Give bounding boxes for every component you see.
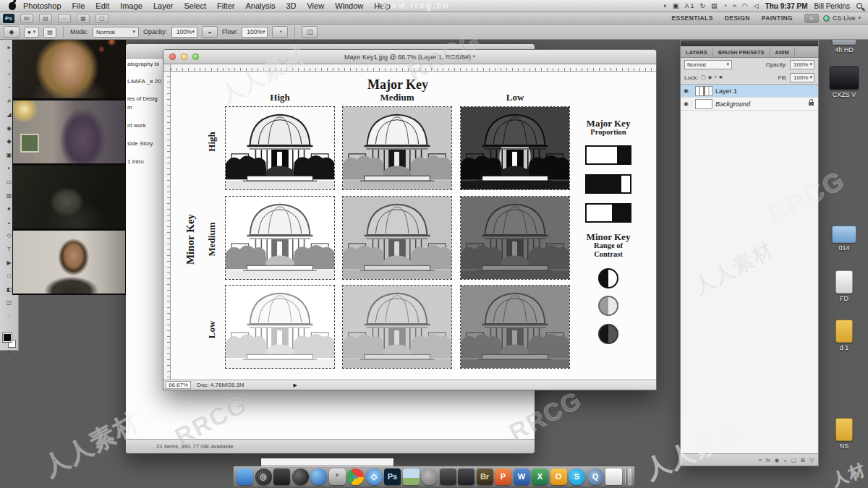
foreground-color-swatch[interactable] — [3, 333, 12, 342]
finder-file-row[interactable]: ies of Desig — [127, 95, 166, 102]
menu-user[interactable]: Bill Perkins — [814, 2, 850, 10]
layer-row-layer-1[interactable]: ◉ Layer 1 — [681, 85, 818, 98]
menu-item[interactable]: Select — [184, 1, 206, 10]
layer-group-icon[interactable]: ▢ — [791, 457, 796, 463]
cs-live-button[interactable]: CS Live ▾ — [823, 14, 861, 22]
remote-desktop-icon[interactable] — [273, 468, 290, 485]
color-swatches[interactable] — [2, 333, 17, 348]
move-tool[interactable]: ▸ — [7, 41, 10, 55]
menu-item[interactable]: Window — [335, 1, 363, 10]
bridge-icon[interactable]: Br — [477, 468, 493, 485]
webcam-feed-4[interactable] — [12, 230, 126, 295]
excel-icon[interactable]: X — [532, 468, 548, 485]
outlook-icon[interactable]: O — [550, 468, 567, 485]
input-menu-icon[interactable]: A 1 — [684, 2, 694, 9]
mode-select[interactable]: Normal▾ — [93, 27, 139, 38]
volume-icon[interactable]: ◁ — [754, 2, 759, 9]
delete-layer-icon[interactable]: ▽ — [809, 457, 814, 463]
displays-icon[interactable]: ▤ — [711, 2, 718, 9]
gray-app-icon[interactable] — [421, 468, 438, 485]
photo-booth-icon[interactable] — [292, 468, 309, 485]
brush-tool[interactable]: ◆ — [7, 135, 11, 149]
marquee-tool[interactable]: ▫ — [8, 55, 10, 69]
menu-item[interactable]: File — [72, 1, 85, 10]
adjustment-layer-icon[interactable]: ◒ — [783, 457, 787, 463]
quick-mask-icon[interactable]: ◐ — [8, 348, 12, 355]
desktop-icon[interactable]: FD — [822, 270, 867, 302]
menu-item[interactable]: Filter — [217, 1, 234, 10]
panel-tab[interactable]: BRUSH PRESETS — [713, 48, 770, 57]
layer-thumbnail[interactable] — [695, 99, 712, 109]
dodge-tool[interactable]: ◒ — [7, 216, 11, 230]
brush-tool-icon[interactable]: ◆ — [4, 26, 20, 38]
menu-item[interactable]: 3D — [286, 1, 296, 10]
layer-fill-field[interactable]: 100%▾ — [790, 73, 814, 82]
finder-file-row[interactable]: m — [127, 104, 166, 111]
workspace-menu-button[interactable]: ≡ — [804, 14, 819, 23]
panel-tab[interactable]: LAYERS — [681, 48, 713, 57]
webcam-feed-1[interactable] — [12, 35, 126, 100]
document-titlebar[interactable]: Major Key1.jpg @ 66.7% (Layer 1, RGB/8#)… — [163, 50, 656, 64]
bridge-launch-icon[interactable]: Br — [20, 14, 33, 23]
workspace-button[interactable]: ESSENTIALS — [671, 14, 712, 22]
type-tool[interactable]: T — [7, 243, 11, 257]
menu-item[interactable]: Image — [120, 1, 142, 10]
crop-tool[interactable]: # — [7, 95, 10, 108]
photos-icon[interactable] — [403, 468, 420, 485]
view-extras-icon[interactable]: ▤ — [39, 14, 52, 23]
zoom-level-field[interactable]: 66.67% — [166, 381, 191, 389]
lock-position-icon[interactable]: + — [714, 74, 717, 80]
link-layers-icon[interactable]: ≈ — [759, 457, 762, 463]
visibility-eye-icon[interactable]: ◉ — [681, 87, 692, 94]
layer-mask-icon[interactable]: ◉ — [775, 457, 780, 463]
network-globe-icon[interactable] — [310, 468, 327, 485]
menu-item[interactable]: Layer — [153, 1, 174, 10]
layer-style-icon[interactable]: fx — [766, 457, 770, 463]
toggle-brush-panel-icon[interactable]: ▤ — [43, 27, 56, 38]
wifi-icon[interactable]: ◠ — [742, 2, 748, 9]
menu-clock[interactable]: Thu 9:37 PM — [765, 2, 808, 10]
menu-item[interactable]: Edit — [95, 1, 109, 10]
visibility-eye-icon[interactable]: ◉ — [681, 100, 692, 107]
desktop-icon[interactable]: CXZS V — [822, 67, 867, 98]
eyedropper-tool[interactable]: ◢ — [7, 108, 11, 122]
zoom-tool[interactable]: ◌ — [7, 310, 11, 324]
photoshop-icon[interactable]: Ps — [384, 468, 401, 485]
safari-icon[interactable]: ◇ — [366, 468, 383, 485]
time-machine-icon[interactable]: ◔ — [723, 2, 726, 9]
menu-item[interactable]: View — [307, 1, 324, 10]
dashboard-icon[interactable]: ◎ — [255, 468, 272, 485]
lock-all-icon[interactable]: ■ — [719, 74, 722, 80]
opacity-field[interactable]: 100%▾ — [171, 27, 197, 38]
workspace-button[interactable]: DESIGN — [725, 14, 750, 22]
lasso-tool[interactable]: ○ — [7, 68, 11, 82]
textedit-icon[interactable] — [605, 468, 622, 485]
zoom-level-icon[interactable]: ◌ — [58, 14, 71, 23]
system-preferences-icon[interactable]: * — [329, 468, 346, 485]
finder-file-row[interactable]: 1 Intro — [127, 158, 166, 165]
bluetooth-icon[interactable]: ≈ — [733, 2, 736, 9]
sync-icon[interactable]: ↻ — [699, 2, 705, 9]
finder-file-row[interactable]: atography bl — [127, 61, 166, 67]
blend-mode-select[interactable]: Normal▾ — [684, 60, 732, 69]
menu-item[interactable]: Help — [374, 1, 391, 10]
new-layer-icon[interactable]: ⊞ — [801, 457, 805, 463]
quick-select-tool[interactable]: ◔ — [7, 82, 11, 95]
path-select-tool[interactable]: ▶ — [7, 257, 11, 270]
workspace-button[interactable]: PAINTING — [762, 14, 793, 22]
utility-app-icon[interactable] — [440, 468, 456, 485]
spotlight-icon[interactable] — [856, 3, 862, 9]
opacity-pressure-icon[interactable]: ◒ — [202, 26, 218, 38]
pen-tool[interactable]: ◇ — [7, 229, 11, 243]
screen-mode-icon[interactable]: ▢ — [95, 14, 109, 23]
hand-tool[interactable]: ◫ — [7, 296, 12, 310]
badge-icon[interactable]: ◗ — [663, 2, 666, 9]
healing-brush-tool[interactable]: ◉ — [7, 122, 12, 136]
history-brush-tool[interactable]: ◐ — [7, 162, 11, 176]
brush-preset-picker[interactable]: ● ▾ — [24, 27, 39, 38]
layer-opacity-field[interactable]: 100%▾ — [790, 60, 814, 69]
document-canvas[interactable]: Major Key High Medium Low Minor Key High… — [171, 72, 656, 380]
blur-tool[interactable]: ● — [7, 202, 11, 216]
layer-name[interactable]: Layer 1 — [715, 87, 737, 95]
airbrush-icon[interactable]: ◔ — [272, 26, 288, 38]
